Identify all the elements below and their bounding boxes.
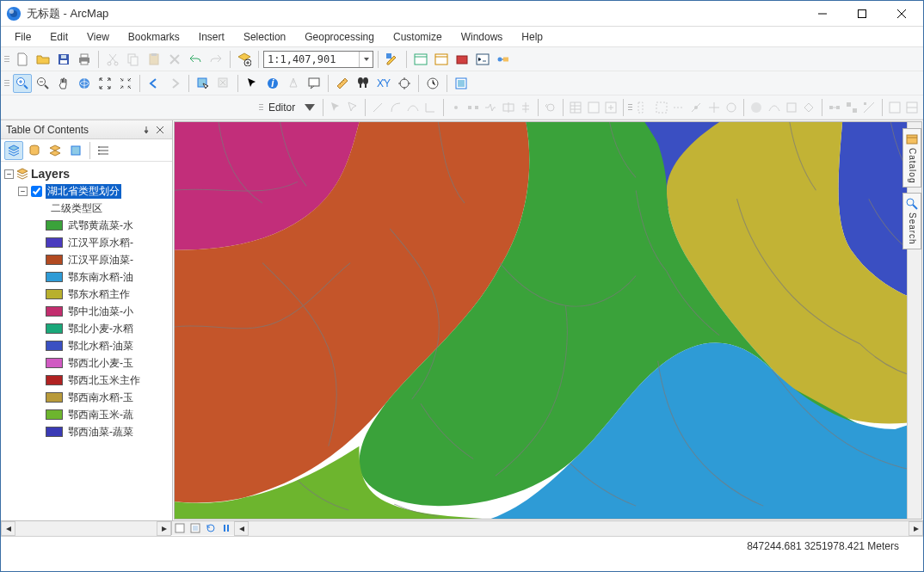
menu-customize[interactable]: Customize	[385, 28, 451, 46]
scroll-right-icon[interactable]: ▸	[909, 521, 923, 536]
layer-name[interactable]: 湖北省类型划分	[46, 184, 121, 199]
topo-tool-7-icon	[748, 98, 764, 117]
legend-item[interactable]: 鄂西北小麦-玉	[3, 354, 170, 372]
fixed-zoom-out-icon[interactable]	[116, 74, 135, 93]
measure-icon[interactable]	[333, 74, 352, 93]
collapse-icon[interactable]: −	[18, 187, 28, 196]
legend-item[interactable]: 鄂中北油菜-小	[3, 303, 170, 320]
layer-visibility-checkbox[interactable]	[31, 186, 42, 197]
minimize-button[interactable]	[803, 1, 842, 27]
right-angle-icon	[422, 98, 438, 117]
toolbar-grip[interactable]	[259, 98, 263, 117]
new-icon[interactable]	[13, 50, 32, 69]
search-window-icon[interactable]	[432, 50, 451, 69]
save-icon[interactable]	[54, 50, 73, 69]
toolbar-grip[interactable]	[4, 74, 9, 93]
toolbar-grip[interactable]	[628, 98, 632, 117]
create-viewer-icon[interactable]	[452, 74, 471, 93]
panel-close-icon[interactable]	[153, 123, 167, 137]
svg-point-33	[363, 77, 368, 84]
svg-point-50	[751, 102, 761, 113]
find-icon[interactable]	[354, 74, 373, 93]
python-window-icon[interactable]	[473, 50, 492, 69]
legend-label: 鄂西北玉米主作	[68, 373, 140, 388]
dataframe-label[interactable]: Layers	[31, 167, 70, 181]
close-button[interactable]	[882, 1, 921, 27]
menu-insert[interactable]: Insert	[190, 28, 233, 46]
zoom-in-icon[interactable]	[13, 74, 32, 93]
fixed-zoom-in-icon[interactable]	[95, 74, 114, 93]
pause-drawing-icon[interactable]	[219, 521, 233, 535]
menu-bookmarks[interactable]: Bookmarks	[120, 28, 188, 46]
catalog-window-icon[interactable]	[411, 50, 430, 69]
collapse-icon[interactable]: −	[4, 169, 14, 179]
maximize-button[interactable]	[842, 1, 882, 27]
zoom-out-icon[interactable]	[34, 74, 52, 93]
menu-windows[interactable]: Windows	[453, 28, 512, 46]
scale-combo[interactable]	[263, 51, 373, 68]
list-by-selection-icon[interactable]	[66, 141, 85, 160]
identify-icon[interactable]: i	[263, 74, 282, 93]
undo-icon[interactable]	[186, 50, 205, 69]
open-icon[interactable]	[34, 50, 52, 69]
data-view-icon[interactable]	[173, 521, 187, 535]
menu-selection[interactable]: Selection	[235, 28, 294, 46]
layout-view-icon[interactable]	[188, 521, 202, 535]
toc-h-scrollbar[interactable]: ◂ ▸	[1, 520, 172, 535]
legend-item[interactable]: 鄂东水稻主作	[3, 286, 170, 303]
menu-edit[interactable]: Edit	[41, 28, 77, 46]
list-by-drawing-order-icon[interactable]	[4, 141, 23, 160]
map-canvas[interactable]	[175, 122, 921, 519]
time-slider-icon[interactable]	[423, 74, 442, 93]
go-to-xy-icon[interactable]	[395, 74, 414, 93]
arc-toolbox-icon[interactable]	[453, 50, 471, 69]
catalog-tab[interactable]: Catalog	[902, 128, 921, 188]
legend-item[interactable]: 鄂西南玉米-蔬	[3, 406, 170, 423]
legend-item[interactable]: 鄂北水稻-油菜	[3, 337, 170, 354]
select-elements-icon[interactable]	[243, 74, 262, 93]
editor-dropdown-icon[interactable]	[302, 98, 317, 117]
legend-item[interactable]: 江汉平原水稻-	[3, 234, 170, 251]
toolbar-grip[interactable]	[4, 50, 9, 69]
legend-label: 鄂西南玉米-蔬	[68, 408, 133, 422]
refresh-icon[interactable]	[204, 521, 218, 535]
svg-point-39	[454, 106, 458, 109]
scroll-right-icon[interactable]: ▸	[157, 521, 171, 536]
arc-segment-icon	[387, 98, 403, 117]
legend-item[interactable]: 鄂东南水稻-油	[3, 268, 170, 286]
editor-toolbar-icon[interactable]	[383, 50, 402, 69]
html-popup-icon[interactable]	[305, 74, 323, 93]
toc-options-icon[interactable]	[95, 141, 114, 160]
menu-geoprocessing[interactable]: Geoprocessing	[296, 28, 383, 46]
legend-item[interactable]: 武鄂黄蔬菜-水	[3, 217, 170, 234]
point-icon	[447, 98, 463, 117]
menu-file[interactable]: File	[6, 28, 40, 46]
menu-view[interactable]: View	[78, 28, 118, 46]
legend-item[interactable]: 鄂西南水稻-玉	[3, 389, 170, 406]
scale-dropdown-icon[interactable]	[359, 52, 373, 67]
add-data-icon[interactable]	[235, 50, 254, 69]
toc-tree[interactable]: − Layers − 湖北省类型划分 二级类型区 武鄂黄蔬菜-水江汉平原水稻-江…	[1, 162, 172, 520]
prev-extent-icon[interactable]	[145, 74, 163, 93]
menu-help[interactable]: Help	[513, 28, 551, 46]
legend-item[interactable]: 江汉平原油菜-	[3, 251, 170, 268]
find-route-icon[interactable]: XY	[374, 74, 393, 93]
sketch-properties-icon	[586, 98, 601, 117]
list-by-visibility-icon[interactable]	[46, 141, 65, 160]
pan-icon[interactable]	[54, 74, 73, 93]
legend-item[interactable]: 鄂西油菜-蔬菜	[3, 423, 170, 440]
scroll-left-icon[interactable]: ◂	[1, 521, 15, 536]
full-extent-icon[interactable]	[75, 74, 94, 93]
print-icon[interactable]	[75, 50, 94, 69]
select-features-icon[interactable]	[194, 74, 213, 93]
scale-input[interactable]	[264, 53, 359, 65]
model-builder-icon[interactable]	[494, 50, 513, 69]
editor-dropdown[interactable]: Editor	[267, 101, 300, 114]
legend-item[interactable]: 鄂北小麦-水稻	[3, 320, 170, 337]
legend-item[interactable]: 鄂西北玉米主作	[3, 372, 170, 389]
map-view[interactable]	[174, 121, 922, 520]
scroll-left-icon[interactable]: ◂	[234, 521, 249, 536]
search-tab[interactable]: Search	[902, 193, 921, 249]
list-by-source-icon[interactable]	[25, 141, 44, 160]
pin-icon[interactable]	[139, 123, 153, 137]
